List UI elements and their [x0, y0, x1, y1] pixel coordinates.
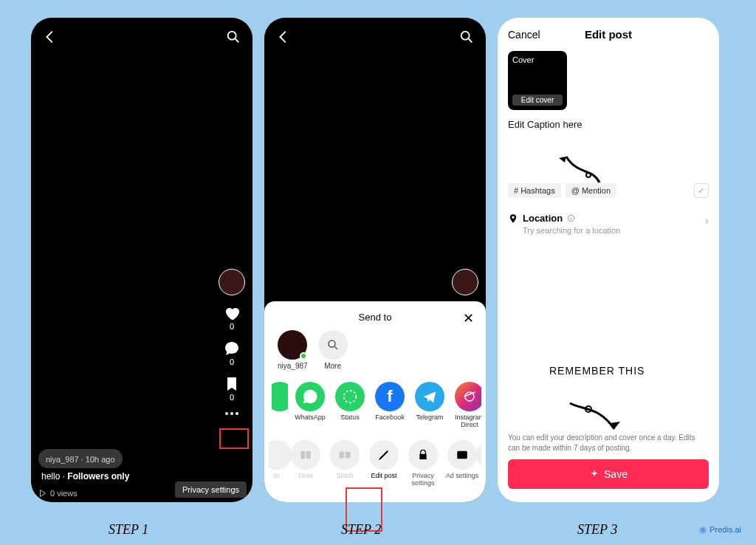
step-label: STEP 1 [109, 522, 148, 538]
comment-count: 0 [230, 357, 234, 366]
comment-icon[interactable] [223, 340, 241, 357]
svg-rect-7 [340, 452, 345, 459]
info-icon [567, 214, 575, 222]
annotation-arrow [563, 396, 629, 440]
action-duet[interactable]: Duet [287, 440, 324, 487]
platform-status[interactable]: Status [332, 382, 368, 428]
save-button[interactable]: Save [508, 459, 709, 489]
platform-facebook[interactable]: fFacebook [372, 382, 408, 428]
platform-telegram[interactable]: Telegram [412, 382, 447, 428]
close-icon[interactable]: ✕ [463, 310, 474, 326]
sheet-title: Send to [359, 312, 392, 323]
sparkle-icon [589, 469, 599, 479]
avatar[interactable] [219, 269, 245, 295]
phone-step-2: Send to ✕ niya_987 More WhatsApp Status … [264, 18, 486, 502]
remember-annotation: REMEMBER THIS [549, 365, 645, 377]
search-icon[interactable] [458, 28, 475, 46]
back-arrow-icon[interactable] [275, 28, 292, 46]
svg-point-3 [344, 391, 357, 403]
svg-point-0 [228, 32, 236, 40]
highlight-box [219, 428, 249, 449]
chevron-right-icon: › [705, 214, 709, 227]
svg-point-11 [586, 173, 591, 177]
action-privacy[interactable]: Privacy settings [405, 440, 441, 487]
svg-rect-8 [346, 452, 351, 459]
phone-step-1: 0 0 0 niya_987 · 10h ago hello · Followe… [31, 18, 252, 502]
like-count: 0 [230, 322, 234, 331]
cancel-button[interactable]: Cancel [508, 29, 540, 41]
annotation-arrow [555, 149, 607, 186]
svg-point-1 [461, 32, 470, 40]
caption-input[interactable]: Edit Caption here [508, 119, 709, 130]
privacy-settings-button[interactable]: Privacy settings [175, 481, 247, 498]
svg-rect-5 [300, 451, 305, 459]
step-label: STEP 3 [577, 522, 617, 538]
svg-point-2 [329, 340, 335, 347]
more-options-icon[interactable] [221, 406, 243, 421]
bookmark-count: 0 [230, 393, 234, 402]
action-edit-post[interactable]: Edit post [365, 440, 402, 487]
avatar[interactable] [452, 269, 478, 295]
svg-rect-6 [306, 451, 311, 459]
action-ad-settings[interactable]: Ad settings [444, 440, 481, 487]
hashtags-chip[interactable]: # Hashtags [508, 183, 561, 198]
page-title: Edit post [585, 28, 632, 41]
like-icon[interactable] [223, 304, 241, 322]
author-pill[interactable]: niya_987 · 10h ago [38, 449, 123, 468]
platform-partial[interactable] [272, 382, 288, 428]
engagement-rail: 0 0 0 [219, 269, 245, 421]
platform-instagram[interactable]: Instagram Direct [452, 382, 481, 428]
search-icon[interactable] [224, 28, 242, 46]
bookmark-icon[interactable] [223, 375, 241, 393]
location-hint: Try searching for a location [523, 226, 709, 235]
brand-watermark: Predis.ai [698, 525, 741, 535]
caption: hello · Followers only [41, 471, 129, 481]
platform-whatsapp[interactable]: WhatsApp [292, 382, 328, 428]
back-arrow-icon[interactable] [41, 28, 59, 46]
action-partial[interactable]: to [269, 440, 285, 487]
views-count: 0 views [38, 489, 78, 498]
edit-cover-button[interactable]: Edit cover [512, 95, 563, 106]
expand-icon[interactable]: ⤢ [694, 183, 709, 198]
svg-point-13 [699, 527, 707, 534]
location-icon [508, 213, 518, 224]
svg-rect-9 [457, 451, 467, 459]
share-sheet: Send to ✕ niya_987 More WhatsApp Status … [264, 301, 486, 502]
step-label: STEP 2 [341, 522, 381, 538]
more-contacts[interactable]: More [318, 330, 348, 370]
location-row[interactable]: Location Try searching for a location › [508, 213, 709, 235]
cover-tile[interactable]: Cover Edit cover [508, 51, 567, 110]
action-stitch[interactable]: Stitch [326, 440, 363, 487]
contact-item[interactable]: niya_987 [278, 330, 308, 370]
